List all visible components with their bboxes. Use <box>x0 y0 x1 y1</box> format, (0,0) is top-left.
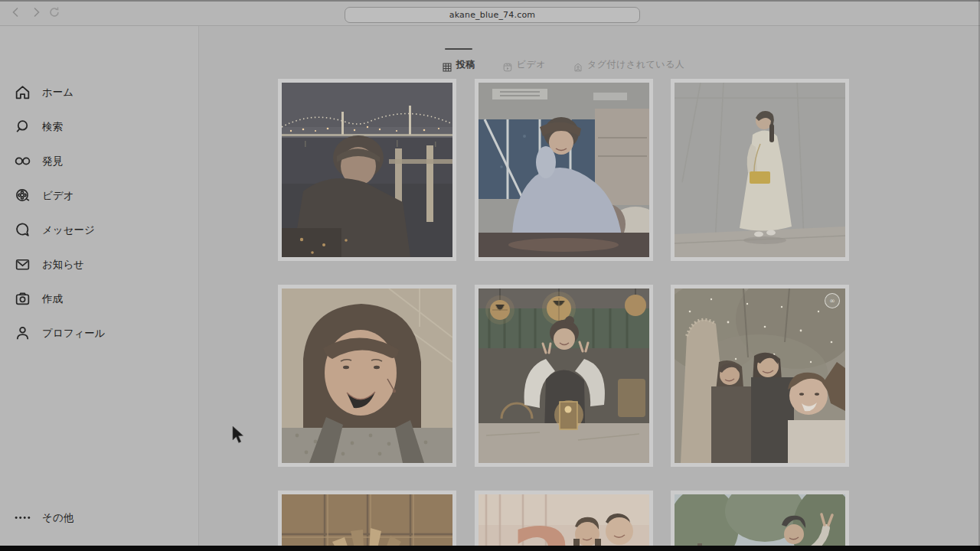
mouse-cursor <box>231 425 244 445</box>
tab-videos[interactable]: ビデオ <box>503 48 546 71</box>
tagged-icon <box>573 60 583 70</box>
sidebar-item-label: お知らせ <box>42 258 84 272</box>
post-thumbnail-5[interactable] <box>475 285 653 467</box>
tab-posts[interactable]: 投稿 <box>443 48 475 71</box>
tab-tagged[interactable]: タグ付けされている人 <box>573 48 684 71</box>
profile-icon <box>14 324 31 342</box>
sidebar-item-label: 作成 <box>42 292 63 306</box>
sidebar-item-video[interactable]: ビデオ <box>0 178 198 213</box>
sidebar-item-explore[interactable]: 発見 <box>0 144 198 178</box>
sidebar-more-section: その他 <box>0 500 198 535</box>
sidebar-nav-list: ホーム 検索 発見 ビデオ <box>0 75 198 350</box>
address-bar[interactable]: akane_blue_74.com <box>345 7 640 23</box>
more-dots-icon <box>14 509 31 527</box>
sidebar-item-label: 検索 <box>42 120 63 134</box>
sidebar-item-label: 発見 <box>42 155 63 168</box>
browser-toolbar: akane_blue_74.com <box>0 0 980 26</box>
sidebar-item-search[interactable]: 検索 <box>0 109 198 144</box>
video-reel-icon <box>14 187 31 204</box>
forward-icon[interactable] <box>29 5 43 19</box>
sidebar-item-more[interactable]: その他 <box>0 500 198 535</box>
notifications-icon <box>14 256 31 273</box>
search-icon <box>14 118 31 135</box>
create-camera-icon <box>14 290 31 308</box>
post-grid: ∞ <box>278 79 849 551</box>
svg-text:2: 2 <box>511 508 573 551</box>
sidebar-item-label: その他 <box>42 511 74 525</box>
screen-top-edge <box>0 0 980 2</box>
post-thumbnail-2[interactable] <box>475 79 653 261</box>
post-thumbnail-1[interactable] <box>278 79 456 261</box>
sidebar-item-label: ビデオ <box>42 189 74 203</box>
refresh-icon[interactable] <box>47 5 61 19</box>
sidebar-item-label: メッセージ <box>42 223 95 237</box>
active-tab-indicator <box>445 48 472 50</box>
post-thumbnail-7[interactable] <box>278 491 456 551</box>
post-thumbnail-3[interactable] <box>671 79 849 261</box>
sidebar: ホーム 検索 発見 ビデオ <box>0 26 199 546</box>
explore-icon <box>14 152 31 170</box>
post-thumbnail-9[interactable] <box>671 491 849 551</box>
post-thumbnail-6[interactable]: ∞ <box>671 285 849 467</box>
sidebar-item-label: ホーム <box>42 86 74 99</box>
screen-bottom-letterbox <box>0 546 980 551</box>
home-icon <box>14 83 31 101</box>
post-thumbnail-8[interactable]: 2 <box>475 491 653 551</box>
reels-icon <box>503 60 512 70</box>
sidebar-item-label: プロフィール <box>42 327 106 341</box>
sidebar-item-create[interactable]: 作成 <box>0 282 198 316</box>
back-icon[interactable] <box>9 5 23 19</box>
sidebar-item-home[interactable]: ホーム <box>0 75 198 109</box>
messages-icon <box>14 221 31 239</box>
grid-icon <box>443 60 452 70</box>
sidebar-item-notifications[interactable]: お知らせ <box>0 247 198 282</box>
tab-label: タグ付けされている人 <box>587 58 684 71</box>
app-window: akane_blue_74.com ホーム 検索 発見 <box>0 0 980 551</box>
sidebar-item-profile[interactable]: プロフィール <box>0 316 198 350</box>
boomerang-icon: ∞ <box>825 293 840 308</box>
post-thumbnail-4[interactable] <box>278 285 456 467</box>
sidebar-item-messages[interactable]: メッセージ <box>0 213 198 247</box>
tab-label: 投稿 <box>456 58 475 71</box>
profile-tab-bar: 投稿 ビデオ タグ付けされている人 <box>278 48 849 71</box>
tab-label: ビデオ <box>517 58 546 71</box>
